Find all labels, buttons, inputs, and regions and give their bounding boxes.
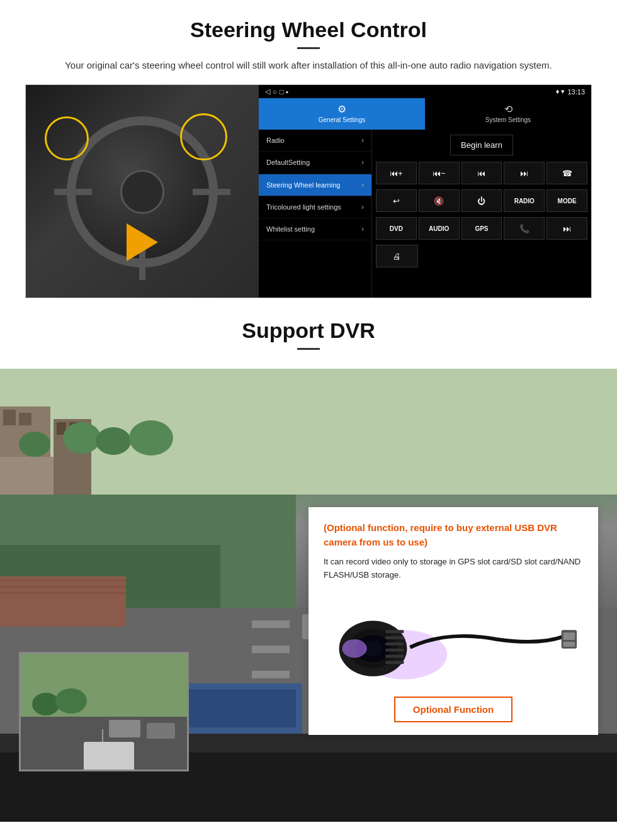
ctrl-power[interactable]: ⏻ [461, 189, 502, 212]
control-grid-row3: DVD AUDIO GPS 📞 ⏭ [375, 216, 589, 241]
android-statusbar: ◁ ○ □ ▪ ♦ ▾ 13:13 [259, 85, 591, 98]
svg-rect-24 [0, 580, 126, 581]
menu-arrow-icon: › [361, 203, 364, 211]
menu-arrow-icon: › [361, 136, 364, 145]
android-right-panel: Begin learn ⏮+ ⏮− ⏮ ⏭ ☎ ↩ 🔇 ⏻ RADIO [372, 130, 591, 298]
android-menu: Radio › DefaultSetting › Steering Wheel … [259, 130, 372, 298]
svg-rect-28 [183, 690, 296, 727]
ctrl-gps[interactable]: GPS [461, 217, 502, 240]
svg-rect-26 [0, 592, 126, 594]
direction-arrow [127, 223, 158, 261]
steering-demo-area: ◁ ○ □ ▪ ♦ ▾ 13:13 ⚙ General Settings ⟲ S… [25, 84, 592, 298]
dvr-device-svg [324, 592, 583, 686]
nav-back-icon: ◁ [265, 87, 270, 96]
dvr-description: It can record video only to storage in G… [324, 556, 583, 582]
ctrl-skip-next[interactable]: ⏭ [546, 217, 587, 240]
highlight-left-buttons [45, 116, 89, 160]
steering-wheel-section: Steering Wheel Control Your original car… [0, 0, 617, 298]
android-tabs: ⚙ General Settings ⟲ System Settings [259, 98, 591, 130]
optional-function-button[interactable]: Optional Function [394, 697, 512, 722]
svg-rect-46 [385, 642, 404, 645]
ctrl-radio[interactable]: RADIO [504, 189, 545, 212]
menu-arrow-icon: › [361, 181, 364, 189]
menu-tricoloured-light[interactable]: Tricoloured light settings › [259, 196, 371, 218]
steering-title: Steering Wheel Control [25, 18, 592, 42]
dvr-title-area: Support DVR [0, 303, 617, 369]
ctrl-prev-track[interactable]: ⏮ [461, 162, 502, 184]
svg-rect-47 [385, 648, 404, 651]
svg-rect-2 [3, 410, 16, 425]
ctrl-dvd[interactable]: DVD [376, 217, 417, 240]
android-settings-panel: ◁ ○ □ ▪ ♦ ▾ 13:13 ⚙ General Settings ⟲ S… [259, 85, 591, 298]
dvr-title: Support DVR [25, 318, 592, 343]
tab-system-label: System Settings [485, 116, 531, 123]
spoke-right [193, 189, 230, 195]
svg-rect-51 [563, 632, 575, 640]
dvr-info-box: (Optional function, require to buy exter… [308, 507, 598, 735]
svg-rect-15 [252, 671, 290, 678]
system-settings-icon: ⟲ [504, 103, 512, 115]
dvr-optional-text: (Optional function, require to buy exter… [324, 521, 583, 549]
dvr-footage-screenshot [19, 652, 189, 771]
ctrl-vol-down[interactable]: ⏮− [419, 162, 460, 184]
ctrl-phone[interactable]: ☎ [546, 162, 587, 184]
nav-recents-icon: □ [280, 88, 284, 96]
ctrl-back[interactable]: ↩ [376, 189, 417, 212]
ctrl-next-track[interactable]: ⏭ [504, 162, 545, 184]
dvr-divider [297, 348, 320, 350]
nav-menu-icon: ▪ [286, 88, 288, 96]
svg-rect-14 [252, 646, 290, 653]
menu-whitelist[interactable]: Whitelist setting › [259, 218, 371, 240]
svg-rect-23 [0, 576, 126, 627]
svg-point-8 [19, 432, 50, 457]
svg-rect-45 [385, 636, 404, 639]
control-grid-row4: 🖨 [375, 244, 589, 269]
svg-rect-34 [147, 723, 175, 739]
svg-point-9 [63, 422, 101, 454]
dvr-device-illustration [324, 592, 583, 686]
menu-default-setting[interactable]: DefaultSetting › [259, 152, 371, 174]
svg-rect-52 [563, 642, 575, 647]
svg-point-36 [55, 688, 87, 714]
dvr-background: (Optional function, require to buy exter… [0, 369, 617, 822]
ctrl-audio[interactable]: AUDIO [419, 217, 460, 240]
control-grid-row1: ⏮+ ⏮− ⏮ ⏭ ☎ [375, 160, 589, 186]
menu-arrow-icon: › [361, 158, 364, 167]
tab-general-settings[interactable]: ⚙ General Settings [259, 98, 425, 130]
ctrl-vol-up[interactable]: ⏮+ [376, 162, 417, 184]
android-content-area: Radio › DefaultSetting › Steering Wheel … [259, 130, 591, 298]
highlight-right-buttons [180, 113, 227, 160]
tab-system-settings[interactable]: ⟲ System Settings [425, 98, 591, 130]
dvr-screenshot-inner [21, 654, 187, 770]
title-divider [297, 47, 320, 49]
svg-point-10 [96, 427, 131, 455]
svg-point-35 [32, 693, 60, 715]
steering-wheel-photo [26, 85, 259, 298]
menu-radio[interactable]: Radio › [259, 130, 371, 152]
svg-rect-48 [385, 654, 404, 658]
menu-arrow-icon: › [361, 225, 364, 233]
arrow-icon [127, 223, 158, 261]
spoke-left [54, 189, 92, 195]
ctrl-mute[interactable]: 🔇 [419, 189, 460, 212]
dvr-section: Support DVR [0, 303, 617, 822]
svg-rect-3 [19, 413, 31, 425]
svg-rect-49 [385, 661, 404, 664]
ctrl-mode[interactable]: MODE [546, 189, 587, 212]
control-grid-row2: ↩ 🔇 ⏻ RADIO MODE [375, 188, 589, 213]
svg-rect-25 [0, 586, 126, 588]
begin-learn-button[interactable]: Begin learn [450, 135, 513, 155]
general-settings-icon: ⚙ [337, 103, 346, 115]
menu-steering-wheel-learning[interactable]: Steering Wheel learning › [259, 174, 371, 196]
svg-point-11 [129, 420, 173, 456]
status-icons: ♦ ▾ [556, 87, 565, 96]
tab-general-label: General Settings [319, 116, 366, 123]
ctrl-print[interactable]: 🖨 [376, 245, 418, 267]
svg-point-53 [342, 639, 366, 658]
steering-subtitle: Your original car's steering wheel contr… [50, 58, 567, 73]
steering-hub [120, 170, 164, 214]
nav-home-icon: ○ [273, 88, 277, 96]
svg-rect-44 [385, 630, 404, 633]
svg-rect-13 [252, 620, 290, 628]
ctrl-phone-prev[interactable]: 📞 [504, 217, 545, 240]
